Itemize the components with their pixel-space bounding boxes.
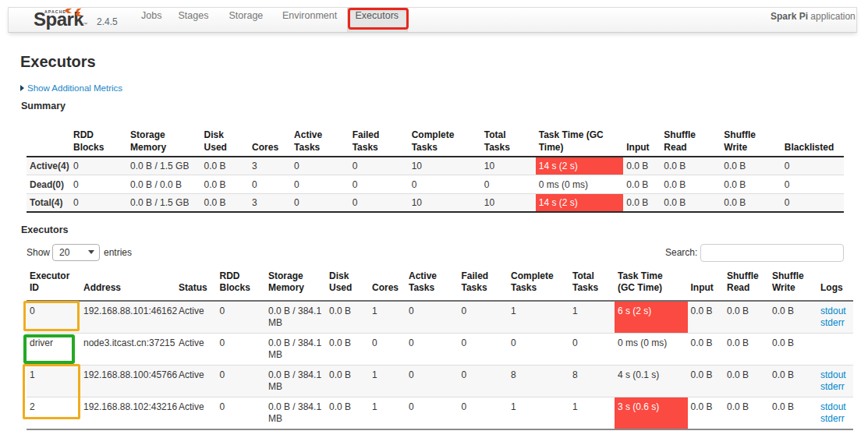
svg-text:™: ™ — [83, 22, 87, 26]
svg-text:Spark: Spark — [34, 9, 84, 30]
